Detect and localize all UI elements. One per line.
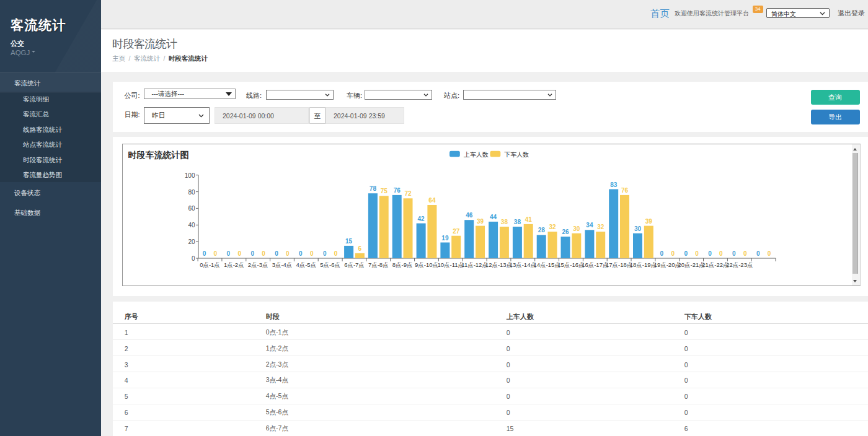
svg-text:0: 0 <box>743 250 746 257</box>
svg-text:0: 0 <box>708 250 712 257</box>
svg-text:14点-15点: 14点-15点 <box>533 261 560 268</box>
svg-text:0: 0 <box>213 250 217 257</box>
svg-text:40: 40 <box>188 222 195 229</box>
svg-text:0: 0 <box>202 250 206 257</box>
svg-text:10点-11点: 10点-11点 <box>437 261 464 268</box>
svg-text:0: 0 <box>660 250 663 257</box>
svg-text:0: 0 <box>671 250 675 257</box>
svg-text:1点-2点: 1点-2点 <box>223 261 244 268</box>
svg-text:上车人数: 上车人数 <box>463 151 489 158</box>
svg-text:0: 0 <box>262 250 265 257</box>
svg-text:9点-10点: 9点-10点 <box>414 261 438 268</box>
svg-text:6点-7点: 6点-7点 <box>344 261 365 268</box>
svg-text:0: 0 <box>226 250 230 257</box>
svg-text:26: 26 <box>562 229 569 235</box>
svg-text:0: 0 <box>334 250 337 257</box>
svg-text:0: 0 <box>237 250 241 257</box>
svg-text:0: 0 <box>191 255 195 262</box>
svg-text:5点-6点: 5点-6点 <box>320 261 340 268</box>
svg-text:4点-5点: 4点-5点 <box>296 261 316 268</box>
svg-text:0: 0 <box>695 250 699 257</box>
svg-text:0: 0 <box>250 250 254 257</box>
svg-text:15: 15 <box>345 238 353 245</box>
svg-text:21点-22点: 21点-22点 <box>702 261 728 268</box>
svg-text:20点-21点: 20点-21点 <box>678 261 704 268</box>
svg-text:19点-20点: 19点-20点 <box>653 261 680 268</box>
svg-text:0: 0 <box>684 250 688 257</box>
svg-text:60: 60 <box>188 205 195 212</box>
svg-text:0: 0 <box>323 250 327 257</box>
svg-text:75: 75 <box>380 188 388 194</box>
svg-text:0: 0 <box>309 250 313 257</box>
svg-text:7点-8点: 7点-8点 <box>368 261 388 268</box>
svg-text:16点-17点: 16点-17点 <box>582 261 608 268</box>
svg-text:0: 0 <box>299 250 303 257</box>
svg-text:18点-19点: 18点-19点 <box>629 261 656 268</box>
svg-text:72: 72 <box>404 190 412 197</box>
svg-text:76: 76 <box>621 187 628 194</box>
svg-text:3点-4点: 3点-4点 <box>272 261 292 268</box>
svg-text:11点-12点: 11点-12点 <box>461 261 488 268</box>
svg-text:34: 34 <box>586 222 593 229</box>
svg-text:64: 64 <box>428 197 436 204</box>
svg-text:0: 0 <box>275 250 278 257</box>
svg-text:20: 20 <box>188 238 195 245</box>
svg-text:6: 6 <box>358 245 361 252</box>
svg-text:42: 42 <box>417 216 425 222</box>
svg-text:0: 0 <box>719 250 723 257</box>
svg-text:41: 41 <box>525 216 532 223</box>
svg-text:0: 0 <box>767 250 771 257</box>
svg-text:32: 32 <box>597 224 604 230</box>
svg-text:19: 19 <box>441 235 449 242</box>
svg-text:30: 30 <box>634 225 641 232</box>
svg-text:13点-14点: 13点-14点 <box>509 261 536 268</box>
svg-text:32: 32 <box>549 224 556 230</box>
svg-text:46: 46 <box>466 212 473 219</box>
svg-text:0点-1点: 0点-1点 <box>200 261 220 268</box>
svg-text:80: 80 <box>188 189 195 196</box>
svg-text:2点-3点: 2点-3点 <box>247 261 268 268</box>
svg-text:0: 0 <box>756 250 760 257</box>
svg-text:30: 30 <box>573 225 580 232</box>
svg-text:22点-23点: 22点-23点 <box>726 261 753 268</box>
svg-text:78: 78 <box>369 185 376 192</box>
svg-text:12点-13点: 12点-13点 <box>485 261 512 268</box>
svg-text:28: 28 <box>538 227 545 233</box>
svg-text:39: 39 <box>645 218 652 225</box>
svg-text:27: 27 <box>453 228 460 235</box>
svg-text:8点-9点: 8点-9点 <box>392 261 412 268</box>
svg-text:下车人数: 下车人数 <box>504 151 529 158</box>
svg-text:时段车流统计图: 时段车流统计图 <box>128 150 188 160</box>
svg-text:44: 44 <box>490 214 497 220</box>
svg-text:83: 83 <box>610 181 618 188</box>
svg-text:76: 76 <box>393 187 401 194</box>
svg-text:38: 38 <box>500 219 508 225</box>
svg-text:100: 100 <box>184 172 195 179</box>
svg-text:39: 39 <box>476 218 484 225</box>
svg-text:15点-16点: 15点-16点 <box>557 261 584 268</box>
svg-text:17点-18点: 17点-18点 <box>605 261 632 268</box>
svg-text:0: 0 <box>286 250 290 257</box>
svg-text:38: 38 <box>513 219 521 225</box>
svg-text:0: 0 <box>732 250 736 257</box>
